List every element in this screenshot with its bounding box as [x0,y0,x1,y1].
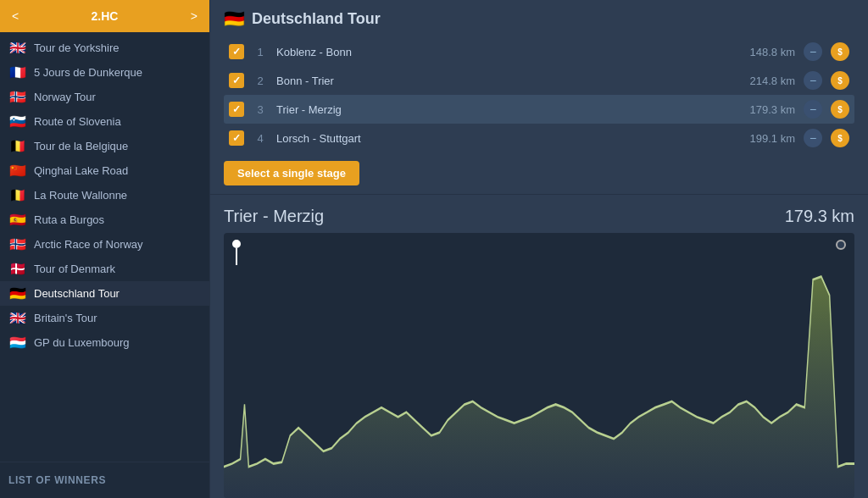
sidebar-item-arctic-race-of-norway[interactable]: 🇳🇴 Arctic Race of Norway [0,232,209,257]
stage-dist-3: 179.3 km [736,103,795,116]
elevation-chart [224,233,854,498]
stage-minus-icon-3[interactable]: − [804,100,822,119]
stage-minus-icon-2[interactable]: − [804,71,822,90]
stage-row-1[interactable]: 1 Koblenz - Bonn 148.8 km − $ [224,37,854,66]
stage-coin-icon-4: $ [831,129,849,147]
flag-icon-tour-de-la-belgique: 🇧🇪 [8,140,27,152]
sidebar-race-list: 🇬🇧 Tour de Yorkshire 🇫🇷 5 Jours de Dunke… [0,32,209,462]
elevation-distance: 179.3 km [785,207,854,226]
stage-row-4[interactable]: 4 Lorsch - Stuttgart 199.1 km − $ [224,124,854,152]
select-single-stage-button[interactable]: Select a single stage [224,161,359,185]
sidebar-item-label-britains-tour: Britain's Tour [34,312,97,324]
stage-name-3: Trier - Merzig [276,103,727,116]
stage-coin-icon-3: $ [831,100,849,119]
stage-row-2[interactable]: 2 Bonn - Trier 214.8 km − $ [224,66,854,95]
sidebar-item-5-jours-de-dunkerque[interactable]: 🇫🇷 5 Jours de Dunkerque [0,60,209,85]
stage-checkbox-4[interactable] [229,130,244,146]
sidebar-header: < 2.HC > [0,0,209,32]
elevation-section: Trier - Merzig 179.3 km [210,195,868,498]
sidebar-item-tour-of-denmark[interactable]: 🇩🇰 Tour of Denmark [0,257,209,281]
stage-name-2: Bonn - Trier [276,75,727,87]
sidebar-item-norway-tour[interactable]: 🇳🇴 Norway Tour [0,85,209,109]
sidebar-item-label-tour-of-denmark: Tour of Denmark [34,263,115,275]
stage-minus-icon-4[interactable]: − [804,129,822,147]
next-arrow[interactable]: > [187,8,201,25]
sidebar-item-label-norway-tour: Norway Tour [34,91,96,103]
elevation-svg [224,233,854,498]
flag-icon-5-jours-de-dunkerque: 🇫🇷 [8,66,27,79]
stages-list: 1 Koblenz - Bonn 148.8 km − $ 2 Bonn - T… [224,37,854,152]
stage-name-1: Koblenz - Bonn [276,46,727,58]
sidebar-item-tour-de-la-belgique[interactable]: 🇧🇪 Tour de la Belgique [0,134,209,158]
sidebar-category-label: 2.HC [92,9,119,23]
sidebar-item-route-of-slovenia[interactable]: 🇸🇮 Route of Slovenia [0,109,209,134]
stage-dist-1: 148.8 km [736,46,795,58]
stage-row-3[interactable]: 3 Trier - Merzig 179.3 km − $ [224,95,854,124]
stage-name-4: Lorsch - Stuttgart [276,132,727,145]
sidebar-item-label-tour-de-yorkshire: Tour de Yorkshire [34,42,119,54]
race-title-header: 🇩🇪 Deutschland Tour [224,8,854,29]
sidebar-item-label-route-of-slovenia: Route of Slovenia [34,115,121,128]
flag-icon-arctic-race-of-norway: 🇳🇴 [8,238,27,251]
elevation-header: Trier - Merzig 179.3 km [224,207,854,226]
stage-checkbox-2[interactable] [229,73,244,88]
stages-section: 🇩🇪 Deutschland Tour 1 Koblenz - Bonn 148… [210,0,868,195]
elevation-stage-name: Trier - Merzig [224,207,324,226]
sidebar-item-gp-du-luxembourg[interactable]: 🇱🇺 GP du Luxembourg [0,330,209,355]
stage-dist-2: 214.8 km [736,75,795,87]
flag-icon-gp-du-luxembourg: 🇱🇺 [8,336,27,349]
sidebar-item-label-la-route-wallonne: La Route Wallonne [34,189,127,202]
prev-arrow[interactable]: < [8,8,22,25]
stage-checkbox-3[interactable] [229,102,244,117]
flag-icon-qinghai-lake-road: 🇨🇳 [8,164,27,177]
sidebar-item-label-arctic-race-of-norway: Arctic Race of Norway [34,238,143,251]
germany-flag-icon: 🇩🇪 [224,8,245,29]
stage-coin-icon-1: $ [831,42,849,61]
sidebar-item-label-5-jours-de-dunkerque: 5 Jours de Dunkerque [34,66,142,79]
sidebar-item-la-route-wallonne[interactable]: 🇧🇪 La Route Wallonne [0,183,209,208]
sidebar-item-label-gp-du-luxembourg: GP du Luxembourg [34,336,130,349]
sidebar-item-tour-de-yorkshire[interactable]: 🇬🇧 Tour de Yorkshire [0,36,209,60]
flag-icon-tour-of-denmark: 🇩🇰 [8,263,27,275]
sidebar: < 2.HC > 🇬🇧 Tour de Yorkshire 🇫🇷 5 Jours… [0,0,210,498]
stage-num-3: 3 [253,103,268,116]
sidebar-item-ruta-a-burgos[interactable]: 🇪🇸 Ruta a Burgos [0,208,209,232]
sidebar-item-label-qinghai-lake-road: Qinghai Lake Road [34,164,128,177]
flag-icon-britains-tour: 🇬🇧 [8,312,27,324]
stage-checkbox-1[interactable] [229,44,244,59]
flag-icon-route-of-slovenia: 🇸🇮 [8,115,27,128]
stage-dist-4: 199.1 km [736,132,795,145]
flag-icon-tour-de-yorkshire: 🇬🇧 [8,42,27,54]
sidebar-item-label-deutschland-tour: Deutschland Tour [34,287,120,300]
list-of-winners: LIST OF WINNERS [0,462,209,498]
flag-icon-ruta-a-burgos: 🇪🇸 [8,213,27,226]
stage-num-4: 4 [253,132,268,145]
race-title: Deutschland Tour [252,10,381,28]
sidebar-item-qinghai-lake-road[interactable]: 🇨🇳 Qinghai Lake Road [0,158,209,183]
stage-num-1: 1 [253,46,268,58]
flag-icon-deutschland-tour: 🇩🇪 [8,287,27,300]
stage-minus-icon-1[interactable]: − [804,42,822,61]
flag-icon-norway-tour: 🇳🇴 [8,91,27,103]
stage-coin-icon-2: $ [831,71,849,90]
sidebar-item-label-tour-de-la-belgique: Tour de la Belgique [34,140,128,152]
sidebar-item-britains-tour[interactable]: 🇬🇧 Britain's Tour [0,306,209,330]
sidebar-item-deutschland-tour[interactable]: 🇩🇪 Deutschland Tour [0,281,209,306]
main-content: 🇩🇪 Deutschland Tour 1 Koblenz - Bonn 148… [210,0,868,498]
sidebar-item-label-ruta-a-burgos: Ruta a Burgos [34,213,104,226]
stage-num-2: 2 [253,75,268,87]
flag-icon-la-route-wallonne: 🇧🇪 [8,189,27,202]
